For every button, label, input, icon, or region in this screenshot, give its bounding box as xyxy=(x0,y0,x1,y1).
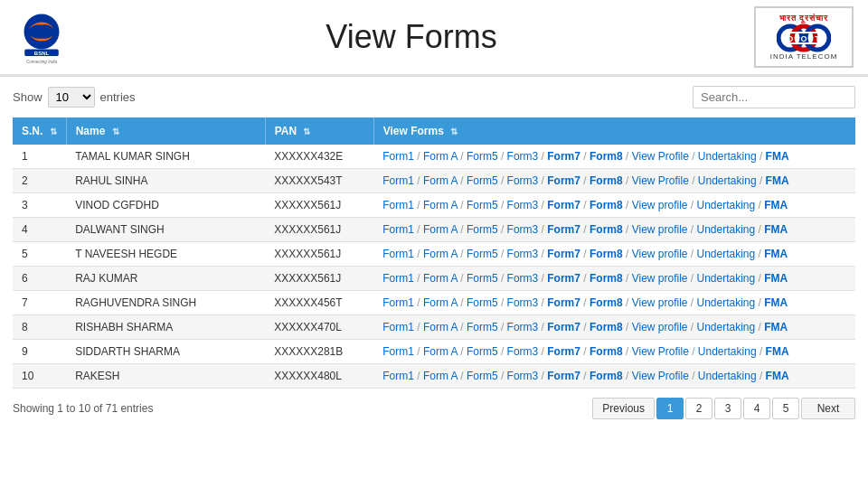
form-link[interactable]: Form3 xyxy=(507,174,539,187)
form-link[interactable]: Form A xyxy=(423,272,458,285)
form-link[interactable]: Form A xyxy=(423,150,458,163)
form-link[interactable]: Form7 xyxy=(547,150,580,163)
form-link[interactable]: Form1 xyxy=(382,296,414,309)
col-header-forms[interactable]: View Forms ⇅ xyxy=(373,117,855,145)
cell-forms[interactable]: Form1 / Form A / Form5 / Form3 / Form7 /… xyxy=(373,291,855,315)
form-link[interactable]: View profile xyxy=(632,296,688,309)
form-link[interactable]: Form A xyxy=(423,223,458,236)
form-link[interactable]: Form1 xyxy=(382,272,414,285)
form-link[interactable]: FMA xyxy=(766,150,789,163)
form-link[interactable]: Form5 xyxy=(467,174,498,187)
form-link[interactable]: Form A xyxy=(423,296,458,309)
col-header-sn[interactable]: S.N. ⇅ xyxy=(13,117,66,145)
form-link[interactable]: Form3 xyxy=(507,248,539,260)
form-link[interactable]: Form8 xyxy=(590,321,623,333)
cell-forms[interactable]: Form1 / Form A / Form5 / Form3 / Form7 /… xyxy=(373,218,855,242)
form-link[interactable]: Form1 xyxy=(382,174,414,187)
next-button[interactable]: Next xyxy=(801,398,855,419)
cell-forms[interactable]: Form1 / Form A / Form5 / Form3 / Form7 /… xyxy=(373,315,855,340)
form-link[interactable]: Form5 xyxy=(467,199,498,211)
page-5-button[interactable]: 5 xyxy=(772,398,799,419)
form-link[interactable]: Form A xyxy=(423,370,458,382)
page-4-button[interactable]: 4 xyxy=(743,398,770,419)
form-link[interactable]: Undertaking xyxy=(697,296,756,309)
form-link[interactable]: Form5 xyxy=(467,370,498,382)
form-link[interactable]: Form7 xyxy=(547,296,580,309)
cell-forms[interactable]: Form1 / Form A / Form5 / Form3 / Form7 /… xyxy=(373,242,855,267)
form-link[interactable]: Form A xyxy=(423,345,458,358)
form-link[interactable]: View Profile xyxy=(632,150,689,163)
form-link[interactable]: Form5 xyxy=(467,248,498,260)
form-link[interactable]: Undertaking xyxy=(697,199,756,211)
form-link[interactable]: FMA xyxy=(764,272,788,285)
form-link[interactable]: Form7 xyxy=(547,174,580,187)
cell-forms[interactable]: Form1 / Form A / Form5 / Form3 / Form7 /… xyxy=(373,267,855,291)
form-link[interactable]: FMA xyxy=(764,248,788,260)
form-link[interactable]: Form5 xyxy=(467,321,498,333)
form-link[interactable]: Form3 xyxy=(507,272,539,285)
form-link[interactable]: Form3 xyxy=(507,296,539,309)
form-link[interactable]: Form7 xyxy=(547,199,580,211)
form-link[interactable]: FMA xyxy=(764,199,788,211)
entries-select[interactable]: 10 25 50 100 xyxy=(48,87,95,108)
form-link[interactable]: Form8 xyxy=(590,345,623,358)
form-link[interactable]: Form1 xyxy=(382,150,414,163)
form-link[interactable]: Form1 xyxy=(382,321,414,333)
form-link[interactable]: Form8 xyxy=(590,174,623,187)
form-link[interactable]: View profile xyxy=(632,321,688,333)
form-link[interactable]: FMA xyxy=(766,370,789,382)
cell-forms[interactable]: Form1 / Form A / Form5 / Form3 / Form7 /… xyxy=(373,364,855,389)
search-input[interactable] xyxy=(693,86,855,108)
form-link[interactable]: Form1 xyxy=(382,248,414,260)
form-link[interactable]: Form7 xyxy=(547,345,580,358)
form-link[interactable]: View Profile xyxy=(632,345,689,358)
form-link[interactable]: View profile xyxy=(632,223,688,236)
form-link[interactable]: View profile xyxy=(632,248,688,260)
cell-forms[interactable]: Form1 / Form A / Form5 / Form3 / Form7 /… xyxy=(373,145,855,169)
form-link[interactable]: View Profile xyxy=(632,174,689,187)
form-link[interactable]: Form1 xyxy=(382,370,414,382)
form-link[interactable]: Undertaking xyxy=(698,345,757,358)
form-link[interactable]: Form8 xyxy=(590,296,623,309)
form-link[interactable]: Form7 xyxy=(547,248,580,260)
form-link[interactable]: View Profile xyxy=(632,370,689,382)
form-link[interactable]: Form3 xyxy=(507,199,539,211)
form-link[interactable]: Form8 xyxy=(590,223,623,236)
form-link[interactable]: Form8 xyxy=(590,150,623,163)
form-link[interactable]: View profile xyxy=(632,272,688,285)
form-link[interactable]: Form A xyxy=(423,321,458,333)
form-link[interactable]: Form3 xyxy=(507,223,539,236)
form-link[interactable]: Undertaking xyxy=(697,272,756,285)
form-link[interactable]: Form1 xyxy=(382,223,414,236)
form-link[interactable]: FMA xyxy=(766,174,789,187)
form-link[interactable]: Form8 xyxy=(590,272,623,285)
form-link[interactable]: Form8 xyxy=(590,370,623,382)
cell-forms[interactable]: Form1 / Form A / Form5 / Form3 / Form7 /… xyxy=(373,169,855,193)
form-link[interactable]: Form3 xyxy=(507,321,539,333)
form-link[interactable]: Form A xyxy=(423,248,458,260)
cell-forms[interactable]: Form1 / Form A / Form5 / Form3 / Form7 /… xyxy=(373,193,855,218)
form-link[interactable]: Undertaking xyxy=(698,174,757,187)
form-link[interactable]: Form8 xyxy=(590,248,623,260)
form-link[interactable]: Form8 xyxy=(590,199,623,211)
previous-button[interactable]: Previous xyxy=(592,398,655,419)
form-link[interactable]: FMA xyxy=(764,223,788,236)
form-link[interactable]: Form5 xyxy=(467,272,498,285)
page-1-button[interactable]: 1 xyxy=(656,398,684,419)
form-link[interactable]: Undertaking xyxy=(697,248,756,260)
col-header-pan[interactable]: PAN ⇅ xyxy=(265,117,373,145)
form-link[interactable]: Undertaking xyxy=(698,150,757,163)
form-link[interactable]: View profile xyxy=(632,199,688,211)
page-2-button[interactable]: 2 xyxy=(685,398,712,419)
form-link[interactable]: Form7 xyxy=(547,370,580,382)
form-link[interactable]: Form1 xyxy=(382,199,414,211)
cell-forms[interactable]: Form1 / Form A / Form5 / Form3 / Form7 /… xyxy=(373,340,855,364)
form-link[interactable]: Form7 xyxy=(547,321,580,333)
form-link[interactable]: Form7 xyxy=(547,223,580,236)
form-link[interactable]: Form A xyxy=(423,199,458,211)
form-link[interactable]: FMA xyxy=(766,345,789,358)
form-link[interactable]: Undertaking xyxy=(697,321,756,333)
form-link[interactable]: Form3 xyxy=(507,345,539,358)
page-3-button[interactable]: 3 xyxy=(714,398,741,419)
form-link[interactable]: Form5 xyxy=(467,150,498,163)
